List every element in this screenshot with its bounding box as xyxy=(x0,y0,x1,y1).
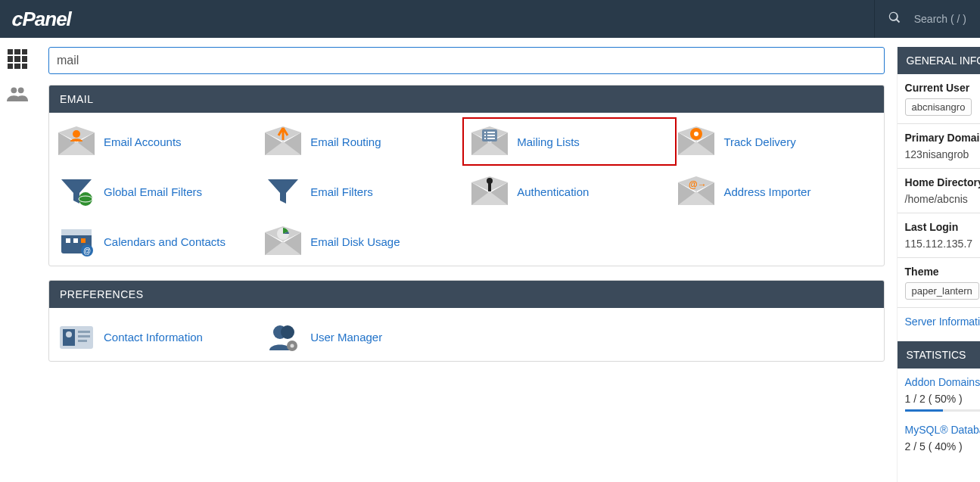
stat-addon-domains-bar xyxy=(905,409,980,412)
svg-rect-38 xyxy=(61,229,92,235)
left-nav xyxy=(0,38,35,482)
email-accounts-label: Email Accounts xyxy=(104,135,182,148)
cal-contacts-icon: @ xyxy=(58,226,95,257)
svg-rect-39 xyxy=(66,238,70,243)
feature-contact-info[interactable]: Contact Information xyxy=(57,319,256,355)
stat-addon-domains-value: 1 / 2 ( 50% ) xyxy=(898,393,980,409)
email-filters-label: Email Filters xyxy=(310,185,373,198)
email-disk-label: Email Disk Usage xyxy=(310,235,400,248)
last-login-value: 115.112.135.7 xyxy=(905,238,980,250)
nav-users-icon[interactable] xyxy=(7,83,28,104)
svg-point-55 xyxy=(281,325,294,339)
svg-point-25 xyxy=(79,192,92,206)
feature-user-manager[interactable]: User Manager xyxy=(263,319,462,355)
user-manager-icon xyxy=(265,322,301,352)
contact-info-label: Contact Information xyxy=(104,331,203,344)
section-email: EMAILEmail AccountsEmail RoutingMailing … xyxy=(48,85,885,266)
feature-global-filters[interactable]: Global Email Filters xyxy=(57,173,256,210)
cpanel-logo: cPanel xyxy=(12,8,71,31)
theme-label: Theme xyxy=(905,266,980,278)
topbar: cPanel Search ( / ) xyxy=(0,0,980,38)
svg-point-1 xyxy=(18,87,24,93)
theme-value[interactable]: paper_lantern xyxy=(905,282,979,300)
primary-domain-label: Primary Domain xyxy=(905,132,980,144)
svg-point-0 xyxy=(11,87,17,93)
address-importer-label: Address Importer xyxy=(723,185,810,198)
section-header-preferences[interactable]: PREFERENCES xyxy=(49,281,884,308)
sidebar: GENERAL INFORMATION Current User abcnisa… xyxy=(897,47,980,482)
track-delivery-label: Track Delivery xyxy=(723,135,795,148)
feature-address-importer[interactable]: @→Address Importer xyxy=(677,173,876,210)
global-filters-label: Global Email Filters xyxy=(104,185,202,198)
statistics-header: STATISTICS xyxy=(898,341,980,368)
user-manager-label: User Manager xyxy=(310,331,382,344)
server-info-link[interactable]: Server Information xyxy=(898,308,980,332)
email-routing-label: Email Routing xyxy=(310,135,381,148)
svg-point-23 xyxy=(694,132,698,136)
stat-mysql-value: 2 / 5 ( 40% ) xyxy=(898,440,980,457)
current-user-label: Current User xyxy=(905,82,980,94)
svg-rect-14 xyxy=(487,132,495,133)
svg-rect-41 xyxy=(81,238,86,243)
general-info-header: GENERAL INFORMATION xyxy=(898,47,980,74)
svg-rect-13 xyxy=(484,132,486,133)
feature-mailing-lists[interactable]: Mailing Lists xyxy=(462,117,677,166)
mailing-lists-icon xyxy=(471,126,508,157)
email-routing-icon xyxy=(265,126,301,157)
track-delivery-icon xyxy=(678,126,714,157)
search-icon xyxy=(888,11,901,26)
global-filters-icon xyxy=(58,176,95,207)
authentication-icon xyxy=(471,176,508,207)
feature-search-input[interactable] xyxy=(48,47,885,74)
address-importer-icon: @→ xyxy=(678,176,714,207)
section-header-email[interactable]: EMAIL xyxy=(49,86,884,113)
section-preferences: PREFERENCESContact InformationUser Manag… xyxy=(48,280,885,362)
contact-info-icon xyxy=(58,322,95,352)
email-disk-icon xyxy=(265,226,301,257)
feature-cal-contacts[interactable]: @Calendars and Contacts xyxy=(57,223,256,260)
svg-rect-52 xyxy=(78,335,90,337)
global-search-placeholder: Search ( / ) xyxy=(914,13,966,25)
primary-domain-value: 123nisangrob xyxy=(905,148,980,160)
feature-track-delivery[interactable]: Track Delivery xyxy=(677,123,876,160)
svg-rect-40 xyxy=(73,238,78,243)
home-directory-label: Home Directory xyxy=(905,176,980,188)
svg-marker-27 xyxy=(268,179,298,204)
feature-email-routing[interactable]: Email Routing xyxy=(263,123,462,160)
svg-rect-18 xyxy=(487,138,495,139)
svg-text:@→: @→ xyxy=(689,179,707,190)
authentication-label: Authentication xyxy=(517,185,589,198)
global-search[interactable]: Search ( / ) xyxy=(874,0,980,38)
stat-mysql-link[interactable]: MySQL® Databases xyxy=(898,416,980,440)
last-login-label: Last Login xyxy=(905,221,980,233)
svg-text:@: @ xyxy=(83,247,91,255)
email-filters-icon xyxy=(265,176,301,207)
mailing-lists-label: Mailing Lists xyxy=(517,135,580,148)
feature-authentication[interactable]: Authentication xyxy=(470,173,669,210)
svg-point-5 xyxy=(73,130,80,138)
stat-addon-domains-link[interactable]: Addon Domains xyxy=(898,368,980,393)
cal-contacts-label: Calendars and Contacts xyxy=(104,235,226,248)
svg-rect-15 xyxy=(484,135,486,136)
svg-point-50 xyxy=(66,331,72,337)
email-accounts-icon xyxy=(58,126,95,157)
svg-rect-16 xyxy=(487,135,495,136)
feature-email-filters[interactable]: Email Filters xyxy=(263,173,462,210)
svg-rect-32 xyxy=(488,182,491,191)
nav-apps-icon[interactable] xyxy=(7,48,28,70)
feature-email-accounts[interactable]: Email Accounts xyxy=(57,123,256,160)
home-directory-value: /home/abcnis xyxy=(905,193,980,205)
feature-email-disk[interactable]: Email Disk Usage xyxy=(263,223,462,260)
svg-rect-17 xyxy=(484,138,486,139)
main: EMAILEmail AccountsEmail RoutingMailing … xyxy=(35,38,980,482)
svg-rect-53 xyxy=(78,340,87,342)
current-user-value[interactable]: abcnisangro xyxy=(905,98,972,116)
svg-rect-51 xyxy=(78,331,90,333)
svg-point-57 xyxy=(291,344,294,348)
